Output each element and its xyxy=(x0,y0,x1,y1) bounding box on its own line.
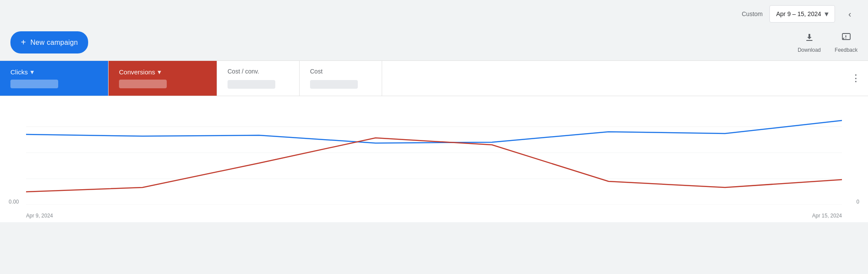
y-axis-left: 0.00 xyxy=(9,96,19,205)
download-icon xyxy=(804,32,815,45)
conversions-line xyxy=(26,138,842,192)
toolbar-right: Download Feedback xyxy=(798,32,858,53)
custom-label: Custom xyxy=(742,10,762,17)
metric-tabs: Clicks ▾ Conversions ▾ Cost / conv. Cost… xyxy=(0,61,868,96)
x-start-label: Apr 9, 2024 xyxy=(26,213,53,219)
clicks-label: Clicks xyxy=(10,68,28,76)
top-bar: Custom Apr 9 – 15, 2024 ▾ ‹ xyxy=(0,0,868,28)
cost-conv-label: Cost / conv. xyxy=(228,68,289,75)
y-axis-right: 0 xyxy=(856,96,859,205)
feedback-icon xyxy=(841,32,851,45)
conversions-chevron-icon: ▾ xyxy=(158,68,161,76)
x-end-label: Apr 15, 2024 xyxy=(812,213,842,219)
svg-point-2 xyxy=(845,38,846,39)
svg-rect-1 xyxy=(845,35,846,37)
conversions-label: Conversions xyxy=(119,68,155,76)
tab-cost-conv[interactable]: Cost / conv. xyxy=(217,61,300,96)
conversions-tab-header: Conversions ▾ xyxy=(119,68,206,76)
x-axis: Apr 9, 2024 Apr 15, 2024 xyxy=(26,213,842,219)
download-action[interactable]: Download xyxy=(798,32,821,53)
clicks-chevron-icon: ▾ xyxy=(30,68,34,76)
conversions-value xyxy=(119,80,167,88)
y-right-bottom-label: 0 xyxy=(856,199,859,205)
plus-icon: + xyxy=(21,37,26,47)
y-left-bottom-label: 0.00 xyxy=(9,199,19,205)
chevron-left-icon: ‹ xyxy=(848,9,851,19)
clicks-tab-header: Clicks ▾ xyxy=(10,68,98,76)
clicks-line xyxy=(26,120,842,143)
date-range-button[interactable]: Apr 9 – 15, 2024 ▾ xyxy=(769,5,835,23)
nav-back-arrow[interactable]: ‹ xyxy=(842,6,858,22)
date-range-label: Apr 9 – 15, 2024 xyxy=(776,10,821,17)
tab-clicks[interactable]: Clicks ▾ xyxy=(0,61,109,96)
download-label: Download xyxy=(798,47,821,53)
main-content: Clicks ▾ Conversions ▾ Cost / conv. Cost… xyxy=(0,60,868,222)
clicks-value xyxy=(10,80,58,88)
new-campaign-label: New campaign xyxy=(30,39,78,47)
more-options-button[interactable]: ⋮ xyxy=(851,73,861,84)
chart-area: 0.00 0 Apr 9, 2024 Apr 15, 2024 xyxy=(0,96,868,222)
line-chart xyxy=(26,100,842,205)
chevron-down-icon: ▾ xyxy=(825,9,828,19)
feedback-action[interactable]: Feedback xyxy=(835,32,858,53)
cost-conv-value xyxy=(228,80,275,89)
feedback-label: Feedback xyxy=(835,47,858,53)
cost-label: Cost xyxy=(310,68,371,75)
toolbar: + New campaign Download Feedback xyxy=(0,28,868,60)
cost-value xyxy=(310,80,358,89)
tab-conversions[interactable]: Conversions ▾ xyxy=(109,61,217,96)
tab-cost[interactable]: Cost xyxy=(300,61,382,96)
new-campaign-button[interactable]: + New campaign xyxy=(10,31,88,53)
